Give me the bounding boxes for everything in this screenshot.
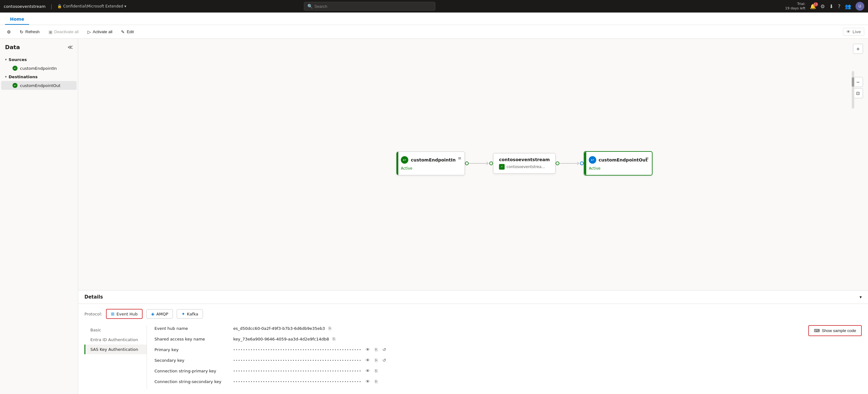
canvas-and-details: ↩ customEndpointIn Active ≡ contosoevent…	[78, 39, 868, 394]
refresh-icon: ↻	[20, 29, 24, 34]
auth-nav-basic[interactable]: Basic	[85, 325, 147, 335]
sidebar-sources-header[interactable]: ▾ Sources	[0, 55, 78, 64]
download-button[interactable]: ⬇	[829, 3, 833, 9]
flow-node-in[interactable]: ↩ customEndpointIn Active ≡	[396, 151, 465, 175]
help-button[interactable]: ?	[838, 3, 841, 9]
field-row-secondarykey: Secondary key ••••••••••••••••••••••••••…	[154, 357, 387, 363]
scroll-indicator	[852, 71, 854, 109]
eventhub-icon: ⊞	[111, 311, 115, 316]
field-value-primarykey: ••••••••••••••••••••••••••••••••••••••••…	[233, 346, 387, 353]
deactivate-all-button[interactable]: ▣ Deactivate all	[45, 28, 82, 36]
node-in-menu-button[interactable]: ≡	[458, 156, 462, 161]
zoom-out-button[interactable]: −	[853, 77, 863, 87]
edit-icon: ✎	[121, 29, 125, 34]
details-panel: Details ▾ Protocol: ⊞ Event Hub ◈ AMQP	[78, 290, 868, 394]
gear-icon: ⚙	[7, 29, 11, 34]
flow-container: ↩ customEndpointIn Active ≡ contosoevent…	[396, 151, 653, 175]
connector-dot-2	[489, 162, 493, 165]
avatar[interactable]: U	[856, 2, 864, 11]
top-nav-right: Trial: 19 days left 🔔 13 ⚙ ⬇ ? 👥 U	[785, 2, 864, 11]
search-input[interactable]	[315, 4, 432, 9]
sidebar-item-customendpointout[interactable]: ↩ customEndpointOut	[1, 81, 76, 90]
confidentiality-badge: 🔒 Confidential\Microsoft Extended ▾	[57, 4, 126, 8]
connector-1	[465, 162, 493, 165]
field-value-eventhubname: es_d50dcc60-0a2f-49f3-b7b3-6d6db9e35eb3 …	[233, 325, 332, 331]
reveal-connstringprimary-button[interactable]: 👁	[364, 368, 371, 374]
node-out-title: customEndpointOut	[599, 158, 648, 162]
destinations-chevron-icon: ▾	[5, 75, 7, 79]
fit-view-button[interactable]: ⊡	[853, 88, 863, 98]
details-header[interactable]: Details ▾	[78, 290, 868, 304]
field-row-eventhubname: Event hub name es_d50dcc60-0a2f-49f3-b7b…	[154, 325, 387, 331]
sidebar-collapse-button[interactable]: ≪	[67, 44, 73, 50]
refresh-secondarykey-button[interactable]: ↺	[381, 357, 388, 363]
details-content: Protocol: ⊞ Event Hub ◈ AMQP ✦ Kafka	[78, 304, 868, 394]
copy-eventhubname-button[interactable]: ⎘	[328, 325, 332, 331]
flow-node-out[interactable]: ↩ customEndpointOut Active ≡	[584, 151, 653, 175]
copy-connstringprimary-button[interactable]: ⎘	[374, 368, 379, 374]
field-value-connstringprimary: ••••••••••••••••••••••••••••••••••••••••…	[233, 368, 379, 374]
connector-dot-1	[465, 162, 469, 165]
auth-nav-saskey[interactable]: SAS Key Authentication	[85, 344, 147, 354]
trial-info: Trial: 19 days left	[785, 2, 805, 11]
copy-connstringsecondary-button[interactable]: ⎘	[374, 378, 379, 385]
notifications-button[interactable]: 🔔 13	[810, 3, 816, 9]
zoom-in-button[interactable]: +	[853, 44, 863, 54]
live-badge: 👁 Live	[843, 28, 864, 36]
auth-nav-entraid[interactable]: Entra ID Authentication	[85, 335, 147, 344]
tab-home[interactable]: Home	[5, 14, 29, 25]
protocol-tab-kafka[interactable]: ✦ Kafka	[177, 309, 203, 318]
protocol-tab-amqp[interactable]: ◈ AMQP	[146, 309, 173, 318]
field-row-sharedaccesskeyname: Shared access key name key_73e6a900-9646…	[154, 336, 387, 342]
search-bar[interactable]: 🔍	[304, 2, 435, 11]
eventstream-sub-label: contosoeventstrea...	[506, 165, 545, 169]
deactivate-icon: ▣	[49, 29, 53, 34]
kafka-icon: ✦	[181, 311, 185, 316]
field-label-connstringprimary: Connection string-primary key	[154, 369, 229, 373]
settings-toolbar-button[interactable]: ⚙	[4, 28, 14, 36]
sidebar-destinations-header[interactable]: ▾ Destinations	[0, 73, 78, 81]
field-label-sharedaccesskeyname: Shared access key name	[154, 337, 229, 341]
canvas-area[interactable]: ↩ customEndpointIn Active ≡ contosoevent…	[78, 39, 868, 290]
search-icon: 🔍	[307, 4, 313, 9]
eye-icon: 👁	[846, 29, 850, 34]
copy-sharedaccesskeyname-button[interactable]: ⎘	[332, 336, 336, 342]
sidebar-item-customendpointin[interactable]: ↩ customEndpointIn	[1, 64, 76, 73]
tab-bar: Home	[0, 12, 868, 25]
field-value-secondarykey: ••••••••••••••••••••••••••••••••••••••••…	[233, 357, 387, 363]
reveal-secondarykey-button[interactable]: 👁	[364, 357, 371, 363]
refresh-primarykey-button[interactable]: ↺	[381, 346, 388, 353]
connector-2	[556, 162, 584, 165]
edit-button[interactable]: ✎ Edit	[118, 28, 137, 36]
node-in-status: Active	[401, 166, 460, 171]
auth-nav: Basic Entra ID Authentication SAS Key Au…	[85, 325, 147, 389]
node-out-menu-button[interactable]: ≡	[645, 156, 649, 161]
eventstream-node[interactable]: contosoeventstream ⚡ contosoeventstrea..…	[493, 153, 556, 174]
field-value-connstringsecondary: ••••••••••••••••••••••••••••••••••••••••…	[233, 378, 379, 385]
copy-primarykey-button[interactable]: ⎘	[374, 346, 379, 353]
connector-arrow-2	[576, 162, 579, 165]
details-collapse-icon: ▾	[860, 294, 862, 300]
reveal-primarykey-button[interactable]: 👁	[364, 346, 371, 353]
sidebar: Data ≪ ▾ Sources ↩ customEndpointIn ▾ De…	[0, 39, 78, 394]
app-name: contosoeventstream	[4, 4, 45, 9]
connector-dot-4	[580, 162, 584, 165]
reveal-connstringsecondary-button[interactable]: 👁	[364, 378, 371, 385]
copy-secondarykey-button[interactable]: ⎘	[374, 357, 379, 363]
details-title: Details	[85, 294, 103, 300]
show-sample-code-button[interactable]: ⌨ Show sample code	[808, 325, 862, 336]
protocol-tab-eventhub[interactable]: ⊞ Event Hub	[106, 309, 143, 319]
field-value-sharedaccesskeyname: key_73e6a900-9646-4059-aa3d-4d2e9fc14db8…	[233, 336, 336, 342]
field-label-primarykey: Primary key	[154, 347, 229, 352]
activate-icon: ▷	[88, 29, 91, 34]
activate-all-button[interactable]: ▷ Activate all	[85, 28, 116, 36]
people-button[interactable]: 👥	[845, 3, 851, 9]
sources-chevron-icon: ▾	[5, 58, 7, 62]
node-out-status: Active	[589, 166, 648, 171]
settings-button[interactable]: ⚙	[820, 3, 825, 9]
refresh-button[interactable]: ↻ Refresh	[17, 28, 43, 36]
field-label-eventhubname: Event hub name	[154, 326, 229, 331]
node-out-icon: ↩	[589, 156, 596, 164]
node-in-title: customEndpointIn	[411, 158, 456, 162]
sidebar-title: Data ≪	[0, 44, 78, 55]
